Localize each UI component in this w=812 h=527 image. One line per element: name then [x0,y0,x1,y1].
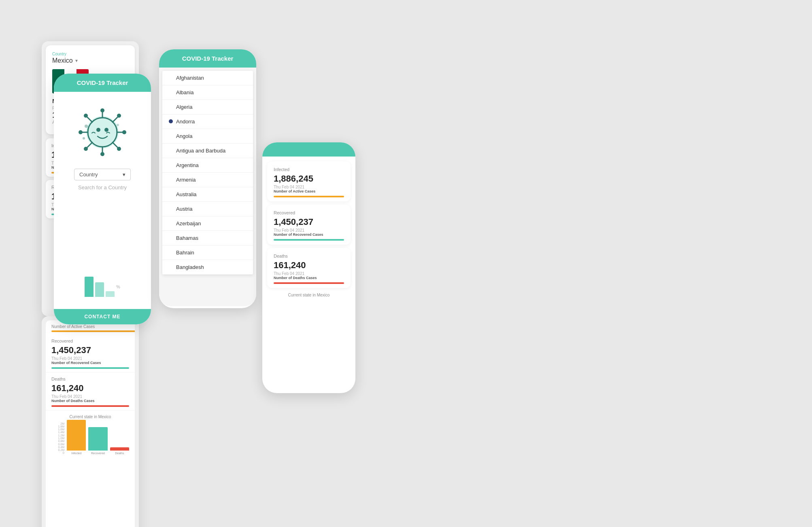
phone5: Number of Active Cases Recovered 1,450,2… [42,316,139,527]
p5-recovered-sublabel: Number of Recovered Cases [51,361,129,365]
radio-empty [169,236,173,240]
p5-deaths-label: Deaths [51,377,129,381]
country-selector-label: Country [52,52,128,56]
p5-recovered-bar [51,367,129,369]
infected-card: Infected 1,886,245 Thu Feb 04 2021 Numbe… [267,161,351,201]
deaths-bar-block [110,447,129,451]
infected-bar-label: Infected [71,452,81,455]
country-dropdown[interactable]: Country ▾ [74,169,131,180]
recovered-date: Thu Feb 04 2021 [274,228,344,233]
radio-empty [169,163,173,167]
radio-empty [169,134,173,138]
p5-recovered-card: Recovered 1,450,237 Thu Feb 04 2021 Numb… [46,334,135,372]
deaths-value: 161,240 [274,260,344,271]
svg-point-18 [96,128,100,132]
recovered-bar-label: Recovered [91,452,105,455]
phone1-title: COVID-19 Tracker [77,79,128,86]
bar-recovered [95,282,104,297]
dropdown-item[interactable]: Algeria [162,100,253,114]
dropdown-item[interactable]: Afghanistan [162,71,253,85]
country-name-display: Mexico [52,57,73,64]
recovered-card: Recovered 1,450,237 Thu Feb 04 2021 Numb… [267,205,351,245]
svg-point-21 [83,137,85,140]
dropdown-item[interactable]: Armenia [162,173,253,187]
country-name: Austria [176,206,192,212]
dropdown-item[interactable]: Bangladesh [162,260,253,275]
phone2-title: COVID-19 Tracker [182,55,234,62]
recovered-sublabel: Number of Recovered Cases [274,233,344,237]
y-axis: 2M 1.8M 1.6M 1.4M 1.2M 1.0M 0.8M 0.6M 0.… [51,422,64,455]
svg-line-12 [113,142,117,147]
p5-recovered-label: Recovered [51,339,129,343]
deaths-sublabel: Number of Deaths Cases [274,276,344,280]
country-name: Azerbaijan [176,220,201,226]
recovered-bar-block [88,427,107,451]
deaths-label: Deaths [274,254,344,258]
svg-point-17 [84,147,88,151]
search-placeholder: Search for a Country [78,184,127,190]
dropdown-item[interactable]: Austria [162,202,253,216]
radio-empty [169,192,173,196]
svg-point-9 [122,130,126,134]
mini-bar-chart: % [85,277,120,297]
svg-point-3 [100,108,104,112]
bar-deaths-item: Deaths [110,447,129,455]
virus-illustration [74,104,131,161]
chart-label: Current state in Mexico [267,293,351,297]
radio-empty [169,90,173,94]
phone3: — Infected 1,886,245 Thu Feb 04 2021 Num… [262,142,355,393]
country-dropdown-label: Country [79,171,98,178]
dropdown-item[interactable]: Albania [162,85,253,100]
phone1: COVID-19 Tracker [54,74,151,324]
country-name: Afghanistan [176,75,204,81]
bar-infected [85,277,94,297]
phone1-header: COVID-19 Tracker [54,74,151,92]
infected-date: Thu Feb 04 2021 [274,185,344,189]
radio-empty [169,178,173,182]
p5-active-bar [51,330,135,332]
country-name: Andorra [176,119,195,125]
selector-arrow-icon: ▾ [75,58,78,63]
dropdown-item[interactable]: Andorra [162,114,253,129]
country-name: Bahamas [176,235,198,241]
dropdown-item[interactable]: Antigua and Barbuda [162,144,253,158]
radio-dot [169,119,173,123]
radio-empty [169,148,173,152]
country-name: Bahrain [176,250,194,256]
country-name: Argentina [176,162,199,168]
p5-deaths-sublabel: Number of Deaths Cases [51,399,129,403]
p5-deaths-date: Thu Feb 04 2021 [51,394,129,399]
dropdown-item[interactable]: Bahrain [162,246,253,260]
phone2: COVID-19 Tracker AfghanistanAlbaniaAlger… [159,49,256,308]
infected-bar [274,196,344,197]
svg-point-22 [117,124,119,126]
dropdown-item[interactable]: Australia [162,187,253,202]
svg-point-19 [104,128,108,132]
country-list: AfghanistanAlbaniaAlgeriaAndorraAngolaAn… [162,71,253,275]
p5-deaths-value: 161,240 [51,383,129,394]
dropdown-item[interactable]: Azerbaijan [162,216,253,231]
svg-line-16 [87,142,92,147]
p5-deaths-card: Deaths 161,240 Thu Feb 04 2021 Number of… [46,372,135,411]
country-name: Bangladesh [176,264,204,270]
p5-recovered-date: Thu Feb 04 2021 [51,356,129,361]
svg-point-13 [117,147,121,151]
svg-line-14 [113,117,117,122]
deaths-date: Thu Feb 04 2021 [274,271,344,276]
deaths-bar-label: Deaths [115,452,124,455]
svg-point-15 [117,114,121,118]
bars-group: Infected Recovered Deaths [67,422,129,455]
dropdown-item[interactable]: Bahamas [162,231,253,246]
percent-label: % [116,284,120,289]
bar-deaths [106,291,115,297]
deaths-card: Deaths 161,240 Thu Feb 04 2021 Number of… [267,248,351,288]
svg-point-5 [100,152,104,156]
bar-infected-item: Infected [67,420,86,455]
svg-point-20 [85,125,88,128]
radio-empty [169,221,173,225]
country-selector-value[interactable]: Mexico ▾ [52,57,128,64]
recovered-label: Recovered [274,210,344,215]
country-name: Antigua and Barbuda [176,148,225,154]
dropdown-item[interactable]: Angola [162,129,253,144]
dropdown-item[interactable]: Argentina [162,158,253,173]
